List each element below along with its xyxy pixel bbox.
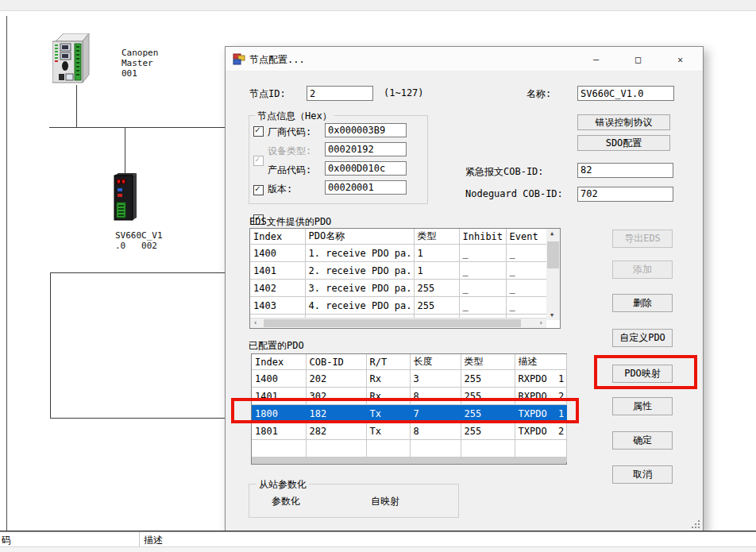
cfg-horizontal-scrollbar[interactable] bbox=[252, 457, 566, 464]
node-id-label: 节点ID: bbox=[249, 87, 286, 101]
device-type-field[interactable]: 00020192 bbox=[325, 142, 407, 156]
maximize-button[interactable]: □ bbox=[620, 48, 656, 71]
delete-button[interactable]: 删除 bbox=[612, 294, 673, 312]
node-id-input[interactable] bbox=[307, 86, 373, 101]
parameterize-radio-label: 参数化 bbox=[272, 495, 300, 508]
revision-label: 版本: bbox=[268, 183, 292, 196]
table-row[interactable]: 1801282 Tx8 255TXPDO 2 bbox=[252, 423, 566, 440]
dialog-title: 节点配置... bbox=[249, 53, 305, 67]
properties-button[interactable]: 属性 bbox=[612, 397, 673, 415]
column-header: R/T bbox=[366, 354, 410, 370]
device-type-checkbox: ✓ bbox=[253, 156, 264, 166]
product-code-checkbox[interactable]: ✓ bbox=[253, 185, 264, 195]
name-input[interactable] bbox=[577, 86, 674, 101]
node-id-range-hint: (1~127) bbox=[384, 87, 424, 98]
configured-section-title: 已配置的PDO bbox=[249, 339, 304, 353]
configured-pdo-table: Index COB-ID R/T 长度 类型 描述 1400202 Rx3 25… bbox=[251, 353, 567, 465]
form-icon bbox=[233, 52, 245, 65]
network-bus-line bbox=[49, 127, 230, 128]
check-icon: ✓ bbox=[255, 154, 260, 164]
bottom-panel-code-column: 码 bbox=[2, 534, 11, 547]
slave-node-label: SV660C_V1 .0 002 bbox=[115, 230, 163, 251]
column-header: Index bbox=[250, 229, 305, 245]
close-button[interactable]: ✕ bbox=[662, 48, 698, 71]
bottom-panel-desc-column: 描述 bbox=[144, 534, 163, 547]
bottom-panel-body bbox=[0, 547, 756, 552]
cancel-button[interactable]: 取消 bbox=[612, 465, 673, 484]
column-header: Index bbox=[252, 354, 306, 370]
column-header: 描述 bbox=[515, 354, 566, 370]
vendor-code-checkbox[interactable]: ✓ bbox=[253, 126, 264, 137]
column-header: Inhibit bbox=[459, 229, 506, 245]
param-group-title: 从站参数化 bbox=[256, 478, 309, 492]
emergency-cobid-label: 紧急报文COB-ID: bbox=[465, 165, 544, 179]
eds-vertical-scrollbar[interactable]: ▲ ▼ bbox=[546, 229, 560, 320]
add-button: 添加 bbox=[612, 261, 673, 279]
column-header: 类型 bbox=[461, 354, 515, 370]
maximize-icon: □ bbox=[635, 54, 641, 65]
workspace-selection-box bbox=[50, 272, 242, 419]
cfg-header-row: Index COB-ID R/T 长度 类型 描述 bbox=[252, 354, 566, 370]
scroll-down-icon[interactable]: ▼ bbox=[550, 312, 554, 318]
check-icon: ✓ bbox=[255, 183, 260, 194]
product-code-label: 产品代码: bbox=[268, 164, 311, 177]
column-header: 长度 bbox=[410, 354, 461, 370]
eds-horizontal-scrollbar[interactable]: ‹ › bbox=[250, 318, 546, 328]
check-icon: ✓ bbox=[255, 125, 260, 135]
minimize-button[interactable]: — bbox=[578, 48, 614, 71]
pdo-mapping-button[interactable]: PDO映射 bbox=[612, 365, 673, 383]
scroll-up-icon[interactable]: ▲ bbox=[550, 230, 554, 237]
error-control-button[interactable]: 错误控制协议 bbox=[577, 114, 670, 130]
close-icon: ✕ bbox=[677, 54, 683, 65]
ok-button[interactable]: 确定 bbox=[612, 431, 673, 450]
table-row[interactable]: 1400202 Rx3 255RXPDO 1 bbox=[252, 370, 566, 388]
column-header: 类型 bbox=[414, 229, 459, 245]
export-eds-button: 导出EDS bbox=[612, 230, 673, 248]
vendor-code-field[interactable]: 0x000003B9 bbox=[325, 123, 407, 137]
node-info-title: 节点信息（Hex） bbox=[255, 110, 334, 123]
table-row[interactable]: 14023. receive PDO pa... 255_ _ bbox=[250, 280, 546, 297]
nodeguard-cobid-label: Nodeguard COB-ID: bbox=[465, 188, 563, 199]
vendor-code-label: 厂商代码: bbox=[268, 125, 311, 139]
network-wire-slave bbox=[125, 127, 125, 173]
revision-field[interactable]: 00020001 bbox=[325, 180, 407, 195]
network-wire-master bbox=[76, 85, 77, 127]
bottom-panel-header bbox=[0, 532, 756, 546]
scrollbar-thumb[interactable] bbox=[264, 319, 521, 327]
top-toolbar-strip bbox=[0, 0, 756, 11]
node-config-dialog: 节点配置... — □ ✕ 节点ID: (1~127) 名称: 节点信息（Hex… bbox=[225, 46, 704, 532]
emergency-cobid-field[interactable]: 82 bbox=[577, 163, 673, 178]
resize-grip-icon[interactable] bbox=[691, 519, 700, 529]
name-label: 名称: bbox=[526, 87, 551, 101]
table-row[interactable]: 14001. receive PDO pa... 1_ _ bbox=[250, 245, 546, 262]
canopen-master-icon[interactable] bbox=[52, 33, 91, 86]
workspace-left-edge bbox=[6, 16, 7, 531]
eds-section-title: EDS文件提供的PDO bbox=[249, 215, 331, 229]
eds-header-row: Index PDO名称 类型 Inhibit Event bbox=[250, 229, 546, 245]
table-row[interactable]: 14034. receive PDO pa... 255_ _ bbox=[250, 297, 546, 315]
nodeguard-cobid-field[interactable]: 702 bbox=[577, 187, 673, 202]
scroll-left-icon[interactable]: ‹ bbox=[253, 318, 257, 326]
eds-pdo-table: Index PDO名称 类型 Inhibit Event 14001. rece… bbox=[249, 228, 561, 329]
minimize-icon: — bbox=[593, 54, 599, 65]
column-header: Event bbox=[506, 229, 546, 245]
custom-pdo-button[interactable]: 自定义PDO bbox=[612, 329, 673, 347]
scrollbar-thumb[interactable] bbox=[547, 241, 559, 268]
device-type-label: 设备类型: bbox=[268, 145, 311, 158]
servo-drive-icon[interactable] bbox=[113, 172, 138, 222]
master-node-label: Canopen Master 001 bbox=[122, 48, 158, 79]
column-header: PDO名称 bbox=[305, 229, 414, 245]
column-header: COB-ID bbox=[306, 354, 366, 370]
product-code-field[interactable]: 0x000D010c bbox=[325, 161, 407, 176]
table-row-selected[interactable]: 1800182 Tx7 255TXPDO 1 bbox=[252, 405, 566, 423]
scroll-right-icon[interactable]: › bbox=[539, 318, 543, 326]
table-row[interactable]: 1401302 Rx8 255RXPDO 2 bbox=[252, 388, 566, 405]
bottom-panel-column-divider[interactable] bbox=[139, 532, 140, 546]
self-mapping-radio-label: 自映射 bbox=[371, 495, 399, 508]
sdo-config-button[interactable]: SDO配置 bbox=[577, 135, 670, 151]
table-row[interactable]: 14012. receive PDO pa... 1_ _ bbox=[250, 262, 546, 280]
